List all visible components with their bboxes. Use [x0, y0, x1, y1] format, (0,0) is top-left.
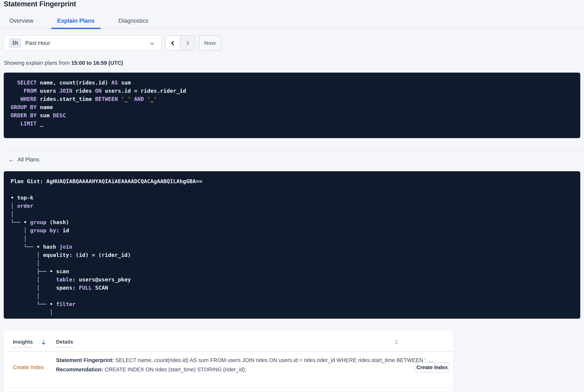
time-range-select[interactable]: 1h Past Hour [4, 35, 161, 51]
tab-overview[interactable]: Overview [3, 18, 39, 28]
time-range-label: Past Hour [25, 40, 50, 46]
create-index-button[interactable]: Create Index [415, 362, 450, 373]
insights-table-card: Insights Details Create Index Statement … [4, 330, 453, 392]
table-row-divider [7, 387, 453, 388]
plan-gist-block: Plan Gist: AgHUAQIABQAAAAHYAQIAiAEAAAADC… [4, 171, 580, 319]
time-nav-arrows [165, 35, 195, 51]
detail-statement-fingerprint: Statement Fingerprint: SELECT name, coun… [56, 357, 433, 363]
chevron-right-icon [185, 41, 189, 45]
table-header-divider [7, 351, 453, 352]
detail-recommendation-text: CREATE INDEX ON rides (start_time) STORI… [103, 366, 246, 372]
tab-explain-plans[interactable]: Explain Plans [51, 18, 101, 28]
detail-recommendation-label: Recommendation: [56, 366, 103, 372]
detail-recommendation: Recommendation: CREATE INDEX ON rides (s… [56, 366, 246, 373]
next-time-button[interactable] [180, 36, 195, 50]
tab-diagnostics[interactable]: Diagnostics [113, 18, 154, 28]
now-button[interactable]: Now [199, 35, 221, 51]
time-range-badge: 1h [9, 38, 21, 48]
plan-tree-code: Plan Gist: AgHUAQIABQAAAAHYAQIAiAEAAAADC… [4, 171, 580, 319]
chevron-down-icon [150, 41, 154, 45]
plan-tree: • top-k │ order │ └── • group (hash) │ g… [10, 194, 131, 316]
chevron-left-icon [171, 41, 175, 45]
section-divider [7, 151, 584, 151]
tab-bar: Overview Explain Plans Diagnostics [0, 16, 584, 29]
showing-prefix: Showing explain plans from [4, 60, 71, 66]
sql-statement-code: SELECT name, count(rides.id) AS sum FROM… [4, 72, 580, 134]
sort-down-triangle-icon [395, 343, 398, 345]
page-title: Statement Fingerprint [4, 0, 76, 8]
sort-down-triangle-icon [42, 343, 45, 345]
plan-gist-label: Plan Gist: [10, 178, 46, 184]
all-plans-link[interactable]: ← All Plans [8, 156, 39, 163]
detail-statement-label: Statement Fingerprint: [56, 357, 114, 363]
detail-statement-text: SELECT name, count(rides.id) AS sum FROM… [114, 357, 433, 363]
showing-range-text: Showing explain plans from 15:00 to 16:5… [4, 60, 123, 66]
all-plans-label: All Plans [17, 156, 39, 163]
sort-up-triangle-icon [395, 339, 398, 342]
sort-icon-details[interactable] [395, 339, 398, 345]
column-header-insights[interactable]: Insights [13, 339, 33, 348]
sort-icon-insights[interactable] [42, 339, 45, 345]
previous-time-button[interactable] [166, 36, 180, 50]
sort-up-triangle-icon [42, 339, 45, 342]
column-header-details[interactable]: Details [56, 339, 73, 348]
sql-statement-block: SELECT name, count(rides.id) AS sum FROM… [4, 72, 580, 138]
showing-range: 15:00 to 16:59 (UTC) [71, 60, 123, 66]
back-arrow-icon: ← [8, 157, 14, 162]
plan-gist-value: AgHUAQIABQAAAAHYAQIAiAEAAAADCQACAgAABQIL… [46, 178, 202, 184]
insight-create-index-link[interactable]: Create Index [13, 364, 44, 370]
